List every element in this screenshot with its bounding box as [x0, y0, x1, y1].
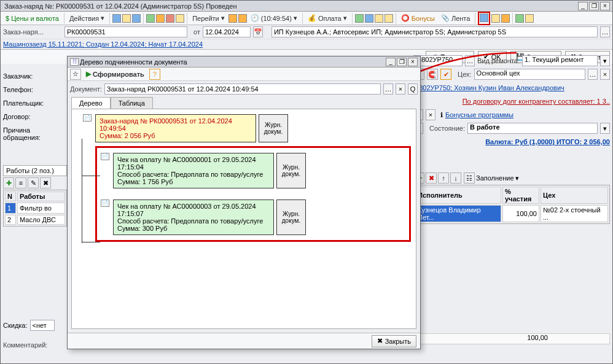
journal-button[interactable]: Журн. докум. — [276, 199, 306, 235]
col-n: N — [5, 192, 16, 201]
help-tips-icon[interactable] — [238, 14, 247, 23]
performers-grid[interactable]: Исполнитель % участия Цех Кузнецов Влади… — [413, 185, 610, 224]
fill-icon[interactable]: ☷ — [464, 172, 475, 184]
toolbar-icon[interactable] — [491, 14, 500, 23]
clear-button[interactable]: × — [426, 109, 435, 120]
chevron-down-icon[interactable]: ▾ — [600, 123, 610, 134]
pay-button[interactable]: 💰Оплата ▾ — [305, 13, 349, 24]
toolbar-icon[interactable] — [122, 14, 131, 23]
customer-label: Заказчик: — [3, 69, 64, 83]
shop-select[interactable]: Основной цех — [474, 69, 585, 80]
tree-root-node[interactable]: Заказ-наряд № РК00009531 от 12.04.2024 1… — [95, 114, 256, 142]
toolbar-icon[interactable] — [156, 14, 165, 23]
clear-button[interactable]: × — [600, 69, 610, 80]
history-link[interactable]: Машинозаезд 15.11.2021; Создан 12.04.202… — [3, 41, 203, 48]
toolbar-icon[interactable] — [525, 14, 534, 23]
toolbar-icon[interactable] — [385, 14, 393, 23]
owner-link[interactable]: М802УР750; Хозяин Кузин Иван Александров… — [413, 84, 564, 91]
works-grid[interactable]: NРаботы 1Фильтр во 2Масло ДВС — [3, 190, 67, 227]
prices-button[interactable]: $Цены и валюта — [3, 13, 61, 24]
perf-shop[interactable]: №02 2-х стоечный ... — [541, 205, 608, 222]
goto-menu[interactable]: Перейти ▾ — [190, 13, 227, 24]
perf-pct[interactable]: 100,00 — [502, 205, 539, 222]
tab-table[interactable]: Таблица — [111, 97, 153, 109]
star-icon[interactable]: ☆ — [70, 69, 81, 80]
row-name[interactable]: Масло ДВС — [17, 215, 65, 225]
close-button[interactable]: × — [408, 58, 418, 66]
works-tab[interactable]: Работы (2 поз.) — [3, 165, 67, 176]
row-name[interactable]: Фильтр во — [17, 203, 65, 214]
help-icon[interactable]: ? — [149, 69, 160, 80]
dots-button[interactable]: … — [588, 69, 598, 80]
down-icon[interactable]: ↓ — [450, 172, 461, 184]
minimize-button[interactable]: _ — [386, 58, 396, 66]
actions-menu[interactable]: Действия ▾ — [67, 13, 107, 24]
tree-button-highlighted[interactable] — [478, 12, 490, 25]
doc-number-input[interactable] — [64, 26, 187, 37]
toolbar-icon[interactable] — [501, 14, 510, 23]
row-n[interactable]: 2 — [5, 215, 16, 225]
open-button[interactable]: Q — [408, 83, 418, 95]
doc-date-input[interactable] — [203, 26, 251, 37]
restore-button[interactable]: ❐ — [397, 58, 407, 66]
tree-child-node[interactable]: Чек на оплату № АС00000001 от 29.05.2024… — [113, 153, 274, 188]
help-icon[interactable] — [228, 14, 237, 23]
row-n[interactable]: 1 — [5, 203, 16, 214]
form-button[interactable]: ▶ Сформировать — [84, 69, 147, 80]
warning-icon[interactable]: ✔ — [440, 69, 451, 80]
child2-l2: Способ расчета: Предоплата по товару/усл… — [117, 217, 270, 225]
perf-name[interactable]: Кузнецов Владимир Пет... — [415, 205, 501, 222]
doc-input[interactable] — [104, 83, 381, 95]
up-icon[interactable]: ↑ — [438, 172, 449, 184]
lenta-button[interactable]: 📎Лента — [439, 13, 472, 24]
bonuses-link[interactable]: Бонусные программы — [445, 111, 513, 118]
toolbar-icon[interactable] — [166, 14, 174, 23]
tree-child-node[interactable]: Чек на оплату № АС00000003 от 29.05.2024… — [113, 199, 274, 235]
fill-menu[interactable]: Заполнение — [476, 174, 514, 182]
discount-input[interactable] — [30, 320, 55, 331]
toolbar-icon[interactable] — [132, 14, 141, 23]
clear-button[interactable]: × — [396, 83, 405, 95]
toolbar-icon[interactable] — [112, 14, 121, 23]
col-work: Работы — [17, 192, 65, 201]
tab-tree[interactable]: Дерево — [71, 97, 111, 109]
toolbar-icon[interactable]: ✖ — [40, 177, 51, 188]
time-button[interactable]: 🕘(10:49:54) ▾ — [248, 13, 300, 24]
org-input[interactable] — [271, 26, 598, 37]
restore-button[interactable]: ❐ — [589, 2, 599, 10]
calendar-icon[interactable]: 📅 — [253, 26, 263, 37]
toolbar-icon[interactable] — [375, 14, 383, 23]
dialog-title: Дерево подчиненности документа — [80, 58, 385, 66]
window-title-bar: Заказ-наряд №: РК00009531 от 12.04.2024 … — [1, 1, 612, 12]
delete-icon[interactable]: ✖ — [426, 172, 437, 184]
payer-label: Плательщик: — [3, 96, 64, 110]
works-panel: Работы (2 поз.) ✚ ≡ ✎ ✖ NРаботы 1Фильтр … — [3, 165, 67, 227]
bonuses-button[interactable]: ⭕Бонусы — [399, 13, 437, 24]
icon-button[interactable]: 🧲 — [427, 69, 438, 80]
toolbar-icon[interactable] — [146, 14, 155, 23]
repair-type-select[interactable]: 1. Текущий ремонт — [522, 55, 598, 66]
journal-button[interactable]: Журн. докум. — [276, 153, 306, 188]
toolbar-icon[interactable] — [355, 14, 364, 23]
chevron-down-icon[interactable]: ▾ — [600, 55, 610, 66]
close-button[interactable]: × — [600, 2, 610, 10]
minimize-button[interactable]: _ — [578, 2, 588, 10]
car-plate[interactable]: М802УР750 — [413, 55, 463, 66]
dots-button[interactable]: … — [383, 83, 393, 95]
add-icon[interactable]: ✚ — [3, 177, 14, 188]
toolbar-icon[interactable]: ≡ — [15, 177, 26, 188]
toolbar-icon[interactable] — [515, 14, 524, 23]
debt-link[interactable]: По договору долг контрагенту составляет:… — [463, 98, 610, 105]
dots-button[interactable]: … — [600, 26, 610, 37]
toolbar-icon[interactable] — [176, 14, 184, 23]
dots-button[interactable]: … — [465, 55, 475, 66]
journal-button[interactable]: Журн. докум. — [259, 114, 288, 142]
toolbar-icon[interactable]: ✎ — [28, 177, 39, 188]
dialog-close-button[interactable]: ✖ Закрыть — [372, 335, 416, 347]
tree-area[interactable]: 📄 Заказ-наряд № РК00009531 от 12.04.2024… — [71, 109, 416, 329]
status-select[interactable]: В работе — [467, 123, 598, 134]
highlighted-children: 📄 Чек на оплату № АС00000001 от 29.05.20… — [95, 146, 411, 242]
toolbar-icon[interactable] — [365, 14, 373, 23]
totals-link[interactable]: Валюта: Руб (1,0000) ИТОГО: 2 056,00 — [485, 138, 610, 145]
main-toolbar: $Цены и валюта Действия ▾ Перейти ▾ 🕘(10… — [1, 12, 612, 25]
